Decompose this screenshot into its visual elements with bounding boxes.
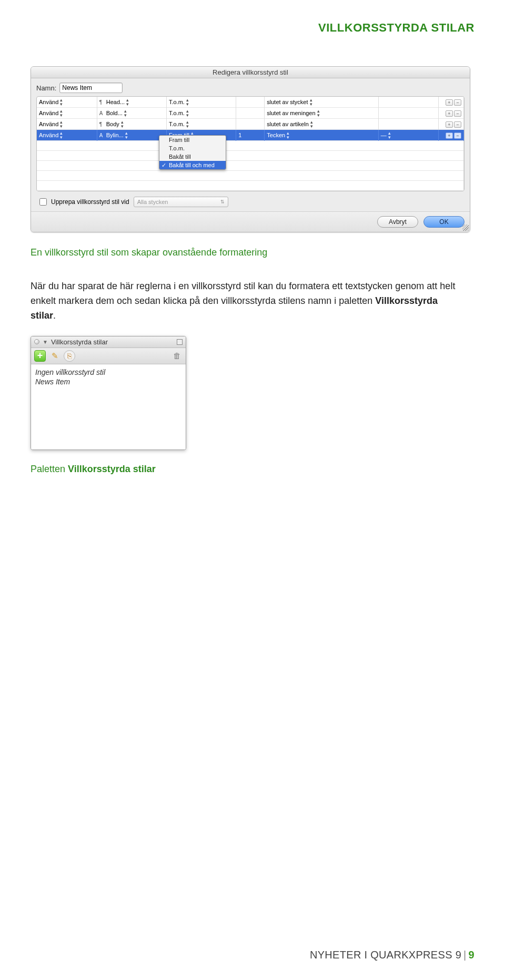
dialog-title: Redigera villkorsstyrd stil: [31, 67, 470, 78]
page-footer: NYHETER I QUARKXPRESS 9|9: [310, 949, 474, 961]
dropdown-option[interactable]: Fram till: [159, 136, 226, 144]
dropdown-option[interactable]: Bakåt till: [159, 152, 226, 161]
resize-handle-icon[interactable]: [462, 224, 469, 231]
list-item[interactable]: Ingen villkorsstyrd stil: [35, 368, 181, 377]
add-remove-row-button[interactable]: +−: [446, 121, 461, 128]
table-row: [37, 141, 464, 151]
section-heading: VILLKORSSTYRDA STILAR: [31, 21, 474, 35]
close-icon[interactable]: [34, 339, 39, 344]
chevron-updown-icon: ⇅: [220, 199, 225, 205]
table-row[interactable]: Använd▴▾A Bylin...▴▾Fram till▴▾1Tecken▴▾…: [37, 130, 464, 141]
maximize-icon[interactable]: [177, 339, 183, 345]
repeat-select-value: Alla stycken: [137, 199, 168, 205]
palette-title-text: Villkorsstyrda stilar: [51, 338, 108, 346]
conditional-styles-palette: ▼ Villkorsstyrda stilar + ✎ ⎘ 🗑 Ingen vi…: [31, 336, 186, 450]
add-remove-row-button[interactable]: +−: [446, 110, 461, 117]
table-row: [37, 161, 464, 171]
repeat-label: Upprepa villkorsstyrd stil vid: [51, 198, 129, 206]
table-row[interactable]: Använd▴▾A Bold...▴▾T.o.m.▴▾slutet av men…: [37, 108, 464, 119]
ok-button[interactable]: OK: [423, 216, 464, 228]
edit-conditional-style-dialog: Redigera villkorsstyrd stil Namn: Använd…: [31, 66, 470, 232]
table-row: [37, 171, 464, 181]
table-row: [37, 151, 464, 161]
table-row: [37, 181, 464, 191]
dropdown-option[interactable]: Bakåt till och med: [159, 161, 226, 169]
edit-style-button[interactable]: ✎: [49, 350, 60, 362]
name-input[interactable]: [59, 83, 123, 93]
dialog-caption: En villkorsstyrd stil som skapar ovanstå…: [31, 247, 474, 258]
palette-caption: Paletten Villkorsstyrda stilar: [31, 464, 474, 475]
description-paragraph: När du har sparat de här reglerna i en v…: [31, 279, 462, 323]
add-style-button[interactable]: +: [34, 350, 46, 362]
list-item[interactable]: News Item: [35, 377, 181, 386]
rules-table: Använd▴▾¶ Head...▴▾T.o.m.▴▾slutet av sty…: [36, 96, 464, 191]
condition-dropdown-popup[interactable]: Fram tillT.o.m.Bakåt tillBakåt till och …: [159, 135, 226, 170]
repeat-select[interactable]: Alla stycken ⇅: [134, 197, 228, 207]
duplicate-style-button[interactable]: ⎘: [64, 350, 75, 362]
delete-style-button[interactable]: 🗑: [171, 350, 183, 362]
palette-list[interactable]: Ingen villkorsstyrd stilNews Item: [31, 364, 186, 450]
table-row[interactable]: Använd▴▾¶ Body▴▾T.o.m.▴▾slutet av artike…: [37, 119, 464, 130]
table-row[interactable]: Använd▴▾¶ Head...▴▾T.o.m.▴▾slutet av sty…: [37, 97, 464, 108]
cancel-button[interactable]: Avbryt: [377, 216, 418, 228]
repeat-checkbox[interactable]: [39, 198, 47, 206]
name-label: Namn:: [36, 84, 56, 92]
dropdown-option[interactable]: T.o.m.: [159, 144, 226, 152]
add-remove-row-button[interactable]: +−: [446, 132, 461, 139]
disclosure-triangle-icon[interactable]: ▼: [43, 339, 48, 345]
add-remove-row-button[interactable]: +−: [446, 99, 461, 106]
